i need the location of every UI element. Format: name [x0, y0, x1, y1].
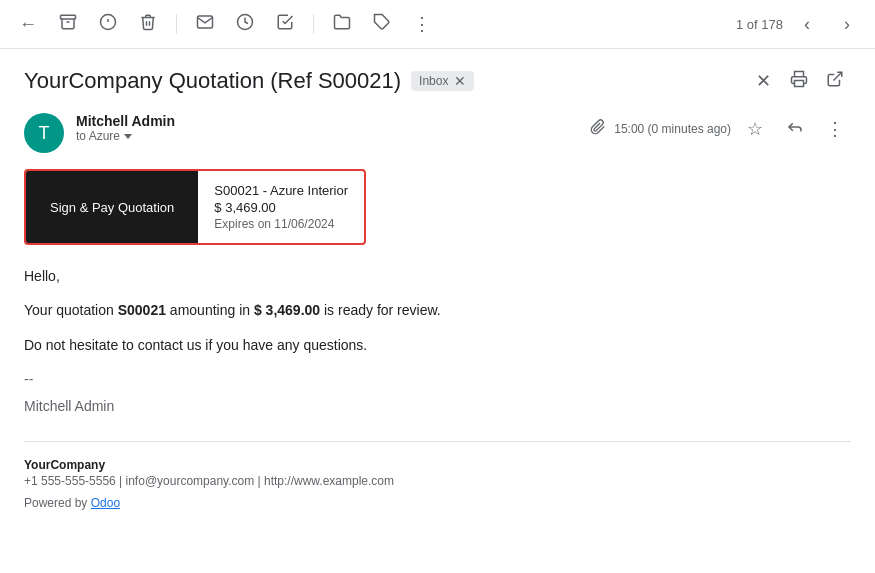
line1-post: is ready for review.: [320, 302, 441, 318]
print-button[interactable]: [783, 65, 815, 97]
sender-to[interactable]: to Azure: [76, 129, 590, 143]
line1-mid: amounting in: [166, 302, 254, 318]
quotation-details: S00021 - Azure Interior $ 3,469.00 Expir…: [198, 171, 364, 243]
body-line2: Do not hesitate to contact us if you hav…: [24, 334, 851, 356]
inbox-badge-label: Inbox: [419, 74, 448, 88]
chevron-down-icon: [124, 134, 132, 139]
sender-row: T Mitchell Admin to Azure 15:00 (0 minut…: [24, 113, 851, 153]
task-icon: [276, 13, 294, 36]
odoo-link[interactable]: Odoo: [91, 496, 120, 510]
sender-info: Mitchell Admin to Azure: [76, 113, 590, 143]
sender-name: Mitchell Admin: [76, 113, 590, 129]
body-line1: Your quotation S00021 amounting in $ 3,4…: [24, 299, 851, 321]
snooze-icon: [236, 13, 254, 36]
move-button[interactable]: [326, 8, 358, 40]
back-icon: ←: [19, 14, 37, 35]
to-label: to Azure: [76, 129, 120, 143]
open-new-window-button[interactable]: [819, 65, 851, 97]
line1-pre: Your quotation: [24, 302, 118, 318]
toolbar-left: ←: [12, 8, 732, 40]
next-email-button[interactable]: ›: [831, 8, 863, 40]
alert-icon: [99, 13, 117, 36]
label-icon: [373, 13, 391, 36]
quotation-title: S00021 - Azure Interior: [214, 183, 348, 198]
more-vertical-icon: ⋮: [413, 13, 431, 35]
signature: Mitchell Admin: [24, 395, 851, 417]
sign-pay-button[interactable]: Sign & Pay Quotation: [26, 171, 198, 243]
archive-icon: [59, 13, 77, 36]
close-icon: ✕: [756, 70, 771, 92]
avatar: T: [24, 113, 64, 153]
toolbar-right: 1 of 178 ‹ ›: [736, 8, 863, 40]
quotation-card: Sign & Pay Quotation S00021 - Azure Inte…: [24, 169, 366, 245]
greeting: Hello,: [24, 265, 851, 287]
print-icon: [790, 70, 808, 93]
delete-button[interactable]: [132, 8, 164, 40]
more-toolbar-button[interactable]: ⋮: [406, 8, 438, 40]
inbox-badge: Inbox ✕: [411, 71, 474, 91]
quotation-expires: Expires on 11/06/2024: [214, 217, 348, 231]
chevron-right-icon: ›: [844, 14, 850, 35]
more-vertical-icon: ⋮: [826, 118, 844, 140]
reply-icon: [786, 118, 804, 141]
snooze-button[interactable]: [229, 8, 261, 40]
delete-icon: [139, 13, 157, 36]
mark-unread-button[interactable]: [189, 8, 221, 40]
powered-pre: Powered by: [24, 496, 91, 510]
separator: --: [24, 368, 851, 390]
email-body: Hello, Your quotation S00021 amounting i…: [24, 265, 851, 417]
svg-line-7: [834, 72, 842, 80]
email-container: YourCompany Quotation (Ref S00021) Inbox…: [0, 49, 875, 526]
company-name: YourCompany: [24, 458, 851, 472]
page-count: 1 of 178: [736, 17, 783, 32]
label-button[interactable]: [366, 8, 398, 40]
line1-ref: S00021: [118, 302, 166, 318]
toolbar: ←: [0, 0, 875, 49]
reply-button[interactable]: [779, 113, 811, 145]
quotation-amount: $ 3,469.00: [214, 200, 348, 215]
email-footer: YourCompany +1 555-555-5556 | info@yourc…: [24, 441, 851, 510]
svg-rect-0: [61, 15, 76, 19]
archive-button[interactable]: [52, 8, 84, 40]
sender-timestamp: 15:00 (0 minutes ago) ☆ ⋮: [590, 113, 851, 145]
subject-actions: ✕: [747, 65, 851, 97]
move-icon: [333, 13, 351, 36]
powered-by: Powered by Odoo: [24, 496, 851, 510]
contact-info: +1 555-555-5556 | info@yourcompany.com |…: [24, 474, 851, 488]
task-button[interactable]: [269, 8, 301, 40]
star-button[interactable]: ☆: [739, 113, 771, 145]
inbox-badge-close[interactable]: ✕: [454, 73, 466, 89]
line1-amount: $ 3,469.00: [254, 302, 320, 318]
svg-rect-6: [795, 80, 804, 86]
email-subject-row: YourCompany Quotation (Ref S00021) Inbox…: [24, 65, 851, 97]
divider-1: [176, 14, 177, 34]
chevron-left-icon: ‹: [804, 14, 810, 35]
more-email-button[interactable]: ⋮: [819, 113, 851, 145]
alert-button[interactable]: [92, 8, 124, 40]
open-new-window-icon: [826, 70, 844, 93]
close-email-button[interactable]: ✕: [747, 65, 779, 97]
star-icon: ☆: [747, 118, 763, 140]
attachment-icon: [590, 119, 606, 139]
prev-email-button[interactable]: ‹: [791, 8, 823, 40]
email-subject: YourCompany Quotation (Ref S00021): [24, 68, 401, 94]
back-button[interactable]: ←: [12, 8, 44, 40]
mark-unread-icon: [196, 13, 214, 36]
timestamp: 15:00 (0 minutes ago): [614, 122, 731, 136]
divider-2: [313, 14, 314, 34]
